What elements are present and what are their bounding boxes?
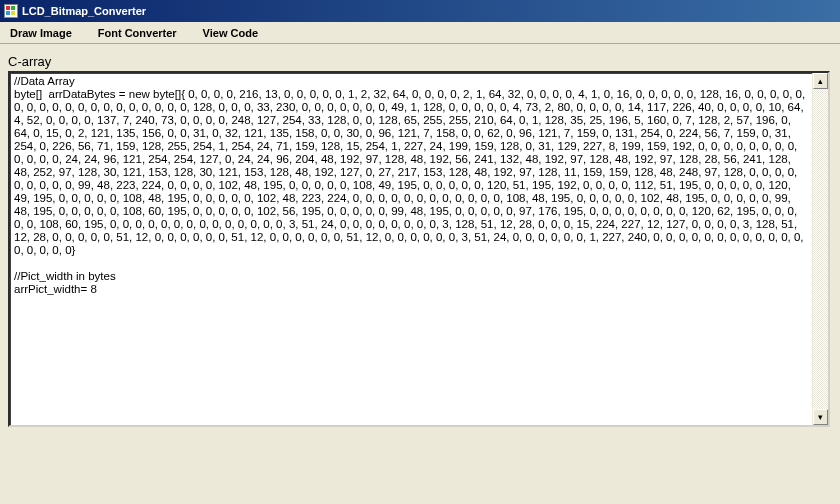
vertical-scrollbar[interactable]: ▴ ▾: [812, 73, 828, 425]
scroll-track[interactable]: [813, 89, 828, 409]
scroll-up-button[interactable]: ▴: [813, 73, 828, 89]
titlebar: LCD_Bitmap_Converter: [0, 0, 840, 22]
app-icon: [4, 4, 18, 18]
menu-font-converter[interactable]: Font Converter: [94, 25, 181, 41]
window-title: LCD_Bitmap_Converter: [22, 5, 146, 17]
scroll-down-button[interactable]: ▾: [813, 409, 828, 425]
code-textarea[interactable]: //Data Array byte[] arrDataBytes = new b…: [8, 71, 830, 427]
panel-label: C-array: [8, 54, 832, 69]
svg-rect-0: [6, 6, 10, 10]
client-area: C-array //Data Array byte[] arrDataBytes…: [0, 44, 840, 435]
svg-rect-3: [11, 11, 15, 15]
code-textarea-content[interactable]: //Data Array byte[] arrDataBytes = new b…: [12, 75, 810, 423]
menubar: Draw Image Font Converter View Code: [0, 22, 840, 44]
svg-rect-1: [11, 6, 15, 10]
menu-draw-image[interactable]: Draw Image: [6, 25, 76, 41]
svg-rect-2: [6, 11, 10, 15]
menu-view-code[interactable]: View Code: [199, 25, 262, 41]
